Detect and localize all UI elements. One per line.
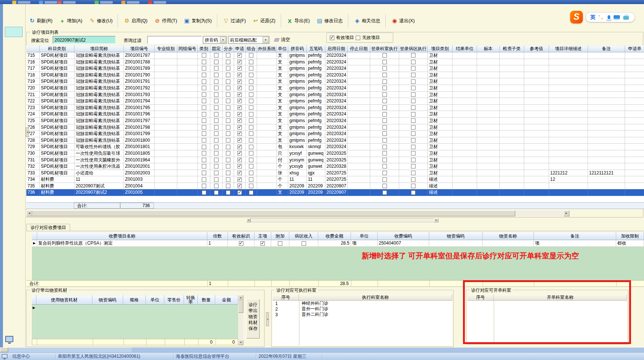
- table-row[interactable]: 719SPD耗材项目冠脉雷帕霉素洗脱钴基Z001001791支gmlpmspef…: [26, 78, 644, 85]
- checkbox[interactable]: [202, 60, 206, 64]
- table-cell[interactable]: [234, 105, 246, 111]
- table-cell[interactable]: [625, 105, 644, 111]
- table-row[interactable]: 716SPD耗材项目冠脉雷帕霉素洗脱钴基Z001001788支gmlpmspef…: [26, 59, 644, 66]
- table-cell[interactable]: [370, 92, 399, 98]
- table-cell[interactable]: [370, 176, 399, 183]
- column-header-11[interactable]: 外挂系统: [257, 45, 277, 52]
- table-cell[interactable]: [625, 183, 644, 190]
- list-item[interactable]: 1神经外科门诊: [273, 301, 452, 306]
- table-cell[interactable]: [348, 59, 370, 66]
- top-menu-item[interactable]: [121, 1, 139, 4]
- checkbox[interactable]: [214, 53, 218, 58]
- checkbox[interactable]: [249, 151, 253, 156]
- checkbox[interactable]: [382, 164, 387, 168]
- table-cell[interactable]: [399, 78, 428, 85]
- column-header-加收限制[interactable]: 加收限制: [616, 232, 644, 240]
- table-cell[interactable]: [257, 163, 277, 170]
- column-header-金额[interactable]: 金额: [215, 295, 238, 305]
- table-cell[interactable]: [453, 124, 477, 131]
- table-cell[interactable]: [177, 131, 198, 137]
- table-cell[interactable]: 28.5: [318, 240, 351, 247]
- table-cell[interactable]: [210, 183, 223, 190]
- table-cell[interactable]: [198, 189, 210, 196]
- table-cell[interactable]: SPD耗材项目: [40, 65, 75, 72]
- table-cell[interactable]: 732: [26, 163, 40, 170]
- column-header-23[interactable]: 参考值: [524, 45, 549, 52]
- table-cell[interactable]: [234, 170, 246, 177]
- table-cell[interactable]: 202209: [288, 183, 307, 190]
- table-cell[interactable]: 冠脉雷帕霉素洗脱钴基: [75, 92, 124, 98]
- table-cell[interactable]: [246, 176, 257, 183]
- checkbox[interactable]: [382, 86, 387, 90]
- table-cell[interactable]: [477, 72, 500, 79]
- checkbox[interactable]: [226, 171, 230, 175]
- checkbox[interactable]: [214, 92, 218, 97]
- checkbox[interactable]: [202, 66, 206, 71]
- table-cell[interactable]: [198, 85, 210, 92]
- table-cell[interactable]: [399, 144, 428, 150]
- table-cell[interactable]: [234, 144, 246, 150]
- table-cell[interactable]: pefmfg: [307, 65, 325, 72]
- table-cell[interactable]: [588, 131, 625, 137]
- table-cell[interactable]: [223, 78, 234, 85]
- table-cell[interactable]: [246, 78, 257, 85]
- table-cell[interactable]: SPD耗材项目: [40, 144, 75, 150]
- table-cell[interactable]: [234, 137, 246, 144]
- column-header-12[interactable]: 单位: [277, 45, 288, 52]
- table-cell[interactable]: 722: [26, 98, 40, 105]
- mini-scroll-right-icon[interactable]: ►: [434, 218, 438, 222]
- table-cell[interactable]: [399, 131, 428, 137]
- table-cell[interactable]: [246, 65, 257, 72]
- table-cell[interactable]: [257, 72, 277, 79]
- table-cell[interactable]: [625, 157, 644, 164]
- table-cell[interactable]: 20220324: [325, 59, 348, 66]
- table-cell[interactable]: [223, 124, 234, 131]
- table-cell[interactable]: [155, 92, 177, 98]
- checkbox[interactable]: [411, 66, 415, 71]
- checkbox[interactable]: [382, 145, 387, 149]
- table-cell[interactable]: Z001001791: [124, 78, 155, 85]
- checkbox[interactable]: [214, 105, 218, 110]
- checkbox[interactable]: [202, 158, 206, 162]
- table-cell[interactable]: 20220324: [325, 118, 348, 124]
- checkbox[interactable]: [382, 105, 387, 110]
- table-cell[interactable]: xhsg: [288, 170, 307, 177]
- column-header-rownum[interactable]: [26, 45, 40, 52]
- table-cell[interactable]: [625, 98, 644, 105]
- table-cell[interactable]: 可吸收性外科缝线（胶: [75, 144, 124, 150]
- table-cell[interactable]: [500, 52, 524, 59]
- table-cell[interactable]: [348, 78, 370, 85]
- table-row[interactable]: 715SPD耗材项目冠脉雷帕霉素洗脱钴基Z001001787支gmlpmspef…: [26, 52, 644, 59]
- table-cell[interactable]: 卫材: [428, 105, 453, 111]
- table-cell[interactable]: [625, 85, 644, 92]
- table-cell[interactable]: 支: [277, 137, 288, 144]
- table-cell[interactable]: [210, 85, 223, 92]
- table-cell[interactable]: 一次性使用鼻腔冲洗器: [75, 163, 124, 170]
- table-cell[interactable]: 20220324: [325, 65, 348, 72]
- table-cell[interactable]: [210, 92, 223, 98]
- table-cell[interactable]: 冠脉雷帕霉素洗脱钴基: [75, 72, 124, 79]
- table-cell[interactable]: 20220325: [325, 157, 348, 164]
- checkbox[interactable]: [382, 190, 387, 195]
- checkbox[interactable]: [411, 60, 415, 64]
- table-cell[interactable]: [210, 150, 223, 157]
- table-cell[interactable]: pefmfg: [307, 72, 325, 79]
- table-cell[interactable]: [246, 183, 257, 190]
- table-cell[interactable]: 冠脉雷帕霉素洗脱钴基: [75, 105, 124, 111]
- table-row[interactable]: 724SPD耗材项目冠脉雷帕霉素洗脱钴基Z001001796支gmlpmspef…: [26, 111, 644, 118]
- checkbox[interactable]: [411, 145, 415, 149]
- checkbox[interactable]: [226, 73, 230, 77]
- table-row[interactable]: 726SPD耗材项目冠脉雷帕霉素洗脱钴基Z001001798支gmlpmspef…: [26, 124, 644, 131]
- table-cell[interactable]: [370, 150, 399, 157]
- table-cell[interactable]: [500, 176, 524, 183]
- checkbox[interactable]: [382, 92, 387, 97]
- table-cell[interactable]: [223, 176, 234, 183]
- table-cell[interactable]: [477, 124, 500, 131]
- table-cell[interactable]: [155, 170, 177, 177]
- table-cell[interactable]: [234, 183, 246, 190]
- column-header-6[interactable]: 类别: [198, 45, 210, 52]
- table-cell[interactable]: 卫材: [428, 170, 453, 177]
- table-cell[interactable]: [588, 176, 625, 183]
- table-cell[interactable]: [234, 72, 246, 79]
- column-header-18[interactable]: 登录病区执行: [399, 45, 428, 52]
